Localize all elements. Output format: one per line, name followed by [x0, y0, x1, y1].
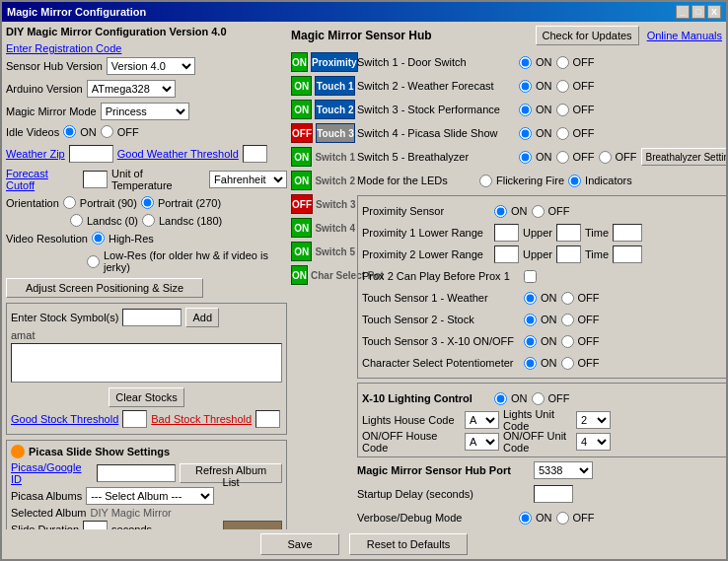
- sw4-info-row: Switch 4 - Picasa Slide Show ON OFF: [357, 122, 726, 144]
- ts2-off-radio[interactable]: [561, 314, 574, 326]
- portrait270-label: Portrait (270): [158, 197, 221, 209]
- switch5-on-btn[interactable]: ON: [291, 242, 312, 261]
- check-updates-btn[interactable]: Check for Updates: [536, 26, 639, 45]
- breathalyzer-btn[interactable]: Breathalyzer Settings: [641, 148, 727, 166]
- cs-on-radio[interactable]: [524, 357, 537, 370]
- stock-symbol-input[interactable]: [122, 309, 182, 326]
- add-stock-btn[interactable]: Add: [185, 308, 219, 327]
- portrait270-radio[interactable]: [141, 196, 154, 209]
- prox-off-radio[interactable]: [532, 205, 545, 218]
- prox2-lower-input[interactable]: 20: [494, 245, 519, 263]
- x10-on-radio[interactable]: [494, 392, 507, 405]
- char-select-on-btn[interactable]: ON: [291, 265, 308, 285]
- sensor-hub-select[interactable]: Version 4.0: [107, 57, 195, 75]
- onoff-house-select[interactable]: AB: [465, 433, 499, 451]
- ts3-on-radio[interactable]: [524, 335, 537, 348]
- good-stock-input[interactable]: 3: [122, 410, 147, 428]
- ts3-off-radio[interactable]: [561, 335, 574, 348]
- temp-unit-select[interactable]: Fahrenheit Celsius: [209, 171, 287, 188]
- sw1-on-lbl: ON: [536, 56, 552, 68]
- onoff-unit-select[interactable]: 412: [576, 433, 611, 451]
- landsc180-radio[interactable]: [142, 214, 155, 227]
- verbose-off-radio[interactable]: [556, 512, 569, 525]
- clear-stocks-btn[interactable]: Clear Stocks: [109, 387, 183, 407]
- picasa-albums-select[interactable]: --- Select Album ---: [86, 487, 214, 505]
- x10-section: X-10 Lighting Control ON OFF Lights Hous…: [357, 383, 726, 457]
- touch1-on-btn[interactable]: ON: [291, 76, 312, 96]
- enter-reg-link[interactable]: Enter Registration Code: [6, 42, 121, 54]
- online-manuals-link[interactable]: Online Manuals: [647, 30, 722, 41]
- switch3-off-btn[interactable]: OFF: [291, 194, 313, 214]
- verbose-on-radio[interactable]: [519, 512, 532, 525]
- proximity-sensor-row: ON Proximity: [291, 51, 355, 73]
- stocks-textarea[interactable]: [11, 343, 282, 383]
- idle-label: Idle Videos: [6, 126, 59, 138]
- weather-zip-input[interactable]: 95050: [69, 145, 113, 163]
- prox2-time-input[interactable]: 100: [613, 245, 642, 263]
- idle-off-radio[interactable]: [101, 125, 113, 138]
- ts1-on-radio[interactable]: [524, 292, 537, 305]
- sw5-on2-radio[interactable]: [599, 151, 612, 164]
- highres-radio[interactable]: [92, 232, 105, 245]
- touch2-on-btn[interactable]: ON: [291, 100, 312, 119]
- adjust-screen-btn[interactable]: Adjust Screen Positioning & Size: [6, 278, 203, 298]
- hub-port-select[interactable]: 5338: [534, 461, 593, 479]
- arduino-select[interactable]: ATmega328: [87, 80, 176, 98]
- minimize-btn[interactable]: _: [676, 5, 690, 19]
- reset-btn[interactable]: Reset to Defaults: [349, 533, 468, 555]
- proximity-btn[interactable]: Proximity: [311, 52, 358, 72]
- indicators-radio[interactable]: [568, 175, 581, 187]
- switch2-on-btn[interactable]: ON: [291, 171, 312, 190]
- prox1-upper-input[interactable]: 46: [556, 224, 581, 242]
- lowres-radio[interactable]: [87, 255, 100, 268]
- switch1-on-btn[interactable]: ON: [291, 147, 312, 167]
- prox1-time-input[interactable]: 100: [613, 224, 642, 242]
- idle-on-radio[interactable]: [63, 125, 76, 138]
- mode-select[interactable]: Princess: [101, 103, 189, 120]
- bad-stock-input[interactable]: 1: [255, 410, 280, 428]
- sw5-on-radio[interactable]: [519, 151, 532, 164]
- switch4-on-btn[interactable]: ON: [291, 218, 312, 238]
- sw1-off-radio[interactable]: [556, 56, 569, 69]
- sw1-on-radio[interactable]: [519, 56, 532, 69]
- touch3-off-btn[interactable]: OFF: [291, 123, 313, 143]
- sw5-off-radio[interactable]: [556, 151, 569, 164]
- close-btn[interactable]: X: [707, 5, 721, 19]
- picasa-id-label: Picasa/Google ID: [11, 461, 93, 485]
- sw3-on-radio[interactable]: [519, 104, 532, 116]
- startup-delay-input[interactable]: 0: [534, 485, 573, 503]
- sw2-off-radio[interactable]: [556, 80, 569, 93]
- forecast-input[interactable]: 11: [83, 171, 108, 188]
- cs-off-radio[interactable]: [561, 357, 574, 370]
- x10-off-radio[interactable]: [532, 392, 545, 405]
- flickering-radio[interactable]: [479, 175, 492, 187]
- good-weather-input[interactable]: 70: [243, 145, 267, 163]
- sw4-on-radio[interactable]: [519, 127, 532, 140]
- sw4-off-radio[interactable]: [556, 127, 569, 140]
- landsc0-radio[interactable]: [70, 214, 83, 227]
- lights-unit-select[interactable]: 213: [576, 411, 611, 429]
- portrait90-radio[interactable]: [63, 196, 76, 209]
- switch2-label: Switch 2: [315, 175, 355, 186]
- cs-off-lbl: OFF: [578, 357, 600, 369]
- proximity-on-btn[interactable]: ON: [291, 52, 308, 72]
- touch2-btn[interactable]: Touch 2: [315, 100, 355, 119]
- slide-duration-input[interactable]: 5: [83, 521, 108, 529]
- maximize-btn[interactable]: □: [692, 5, 705, 19]
- touch3-btn[interactable]: Touch 3: [316, 123, 355, 143]
- verbose-on-lbl: ON: [536, 512, 552, 524]
- ts2-on-radio[interactable]: [524, 314, 537, 326]
- prox-on-radio[interactable]: [494, 205, 507, 218]
- prox2-upper-input[interactable]: 26: [556, 245, 581, 263]
- refresh-album-btn[interactable]: Refresh Album List: [180, 463, 282, 483]
- save-btn[interactable]: Save: [260, 533, 339, 555]
- sw3-off-radio[interactable]: [556, 104, 569, 116]
- lights-house-select[interactable]: AB: [465, 411, 499, 429]
- prox1-lower-input[interactable]: 40: [494, 224, 519, 242]
- prox2-label: Proximity 2 Lower Range: [362, 248, 490, 260]
- touch1-btn[interactable]: Touch 1: [315, 76, 355, 96]
- sw2-on-radio[interactable]: [519, 80, 532, 93]
- ts1-off-radio[interactable]: [561, 292, 574, 305]
- prox2-can-play-checkbox[interactable]: [524, 270, 537, 283]
- picasa-id-input[interactable]: magicmirror2000: [97, 464, 176, 482]
